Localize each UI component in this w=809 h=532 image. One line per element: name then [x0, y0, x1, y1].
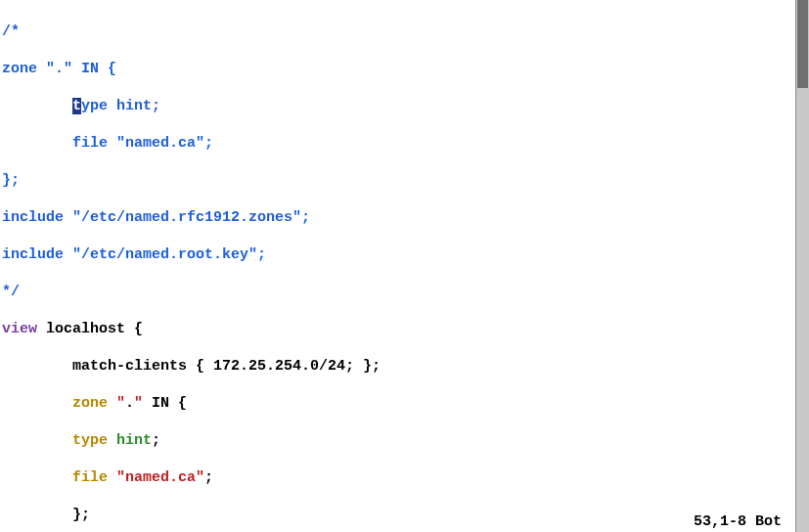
code-line: file "named.ca";: [2, 468, 807, 487]
code-editor[interactable]: /* zone "." IN { type hint; file "named.…: [0, 0, 809, 532]
comment-open: /*: [2, 23, 20, 40]
code-line: type hint;: [2, 97, 807, 115]
code-line: include "/etc/named.rfc1912.zones";: [2, 208, 807, 227]
code-line: file "named.ca";: [2, 134, 807, 153]
code-line: zone "." IN {: [2, 394, 807, 413]
code-line: type hint;: [2, 431, 807, 450]
status-bar: 53,1-8 Bot: [694, 513, 782, 530]
scrollbar-thumb[interactable]: [797, 0, 808, 88]
vertical-scrollbar[interactable]: [795, 0, 809, 532]
code-line: */: [2, 283, 807, 301]
code-line: include "/etc/named.root.key";: [2, 245, 807, 264]
code-line: zone "." IN {: [2, 60, 807, 78]
code-line: /*: [2, 22, 807, 41]
cursor: t: [72, 98, 81, 114]
code-line: };: [2, 171, 807, 190]
code-line: };: [2, 506, 807, 524]
code-line: view localhost {: [2, 320, 807, 338]
comment-close: */: [2, 284, 20, 300]
scroll-position: Bot: [755, 513, 782, 530]
cursor-position: 53,1-8: [694, 513, 746, 530]
code-line: match-clients { 172.25.254.0/24; };: [2, 357, 807, 376]
